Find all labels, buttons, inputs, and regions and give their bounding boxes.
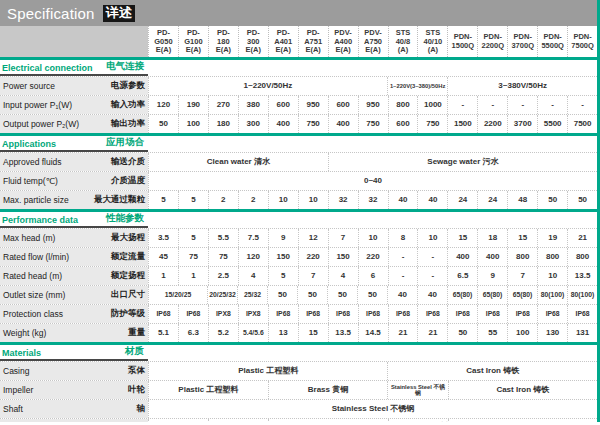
data-cell: 20/25/32 [207, 286, 237, 304]
data-cell: 600 [268, 96, 298, 114]
column-header: PDN- 5500Q [537, 26, 567, 57]
data-cell: 800 [537, 248, 567, 266]
section-title-en: Performance data [2, 215, 78, 225]
data-cell: 5500 [537, 115, 567, 133]
section-label: Performance data性能参数 [0, 212, 148, 228]
column-header: PD- G100 E(A) [178, 26, 208, 57]
row-label-en: Power source [0, 77, 95, 95]
row-label-en: Input power P₁(W) [0, 96, 95, 114]
data-cell: 10 [358, 229, 388, 247]
column-header: PD- 300 E(A) [238, 26, 268, 57]
column-header: STS 40/8 (A) [388, 26, 418, 57]
data-cell: 190 [178, 96, 208, 114]
data-cell: IPX8 [238, 305, 268, 323]
data-cell: Stainless Steel 不锈钢 [387, 381, 447, 399]
data-cell: 40 [417, 286, 447, 304]
data-cell: 32 [328, 191, 358, 209]
data-cell: 12 [298, 229, 328, 247]
row-cells: 15/20/2520/25/3225/3250505050404065(80)6… [148, 286, 597, 304]
data-cell: SiC & SiC 碳化硅&碳化硅 [268, 419, 387, 422]
page-title: Specification [7, 5, 95, 22]
data-cell: 800 [507, 248, 537, 266]
data-cell: 18 [477, 229, 507, 247]
section-header: Electrical connection电气连接 [0, 60, 597, 76]
data-cell: Cast Iron 铸铁 [448, 381, 597, 399]
data-cell: 380 [238, 96, 268, 114]
section-header: Materials材质 [0, 345, 597, 361]
data-cell: 4 [328, 267, 358, 285]
data-cell: IP68 [388, 305, 418, 323]
row-label-zh: 最大通过颗粒 [95, 191, 148, 209]
data-cell: 55 [477, 324, 507, 342]
data-cell: IP68 [148, 305, 178, 323]
section-title-en: Applications [2, 139, 56, 149]
table-row: Shaft轴Stainless Steel 不锈钢 [0, 399, 597, 418]
row-label-en: Impeller [0, 381, 95, 399]
data-cell: 131 [567, 324, 597, 342]
data-cell: 0~40 [148, 172, 597, 190]
row-cells: Plastic 工程塑料Cast Iron 铸铁 [148, 362, 597, 380]
data-cell: 13.5 [328, 324, 358, 342]
data-cell: - [417, 267, 447, 285]
row-cells: 0~40 [148, 172, 597, 190]
data-cell: 9 [477, 267, 507, 285]
data-cell: 50 [567, 191, 597, 209]
data-cell: 2200 [477, 115, 507, 133]
row-label-zh: 防护等级 [95, 305, 148, 323]
data-cell: - [447, 96, 477, 114]
table-row: Outlet size (mm)出口尺寸15/20/2520/25/3225/3… [0, 285, 597, 304]
table-row: Rated head (m)额定扬程112.545746--6.5971013.… [0, 266, 597, 285]
data-cell: IP68 [507, 305, 537, 323]
model-column-headers: PD- G050 E(A)PD- G100 E(A)PD- 180 E(A)PD… [148, 26, 597, 57]
table-row: Fluid temp(℃)介质温度0~40 [0, 171, 597, 190]
data-cell: 400 [477, 248, 507, 266]
data-cell: 7 [507, 267, 537, 285]
data-cell: 950 [298, 96, 328, 114]
data-cell: 5.5 [208, 229, 238, 247]
section-title-zh: 应用场合 [106, 136, 144, 149]
data-cell: 50 [537, 191, 567, 209]
row-label-zh: 机械密封 [95, 419, 148, 422]
data-cell: IP68 [178, 305, 208, 323]
data-cell: 300 [238, 115, 268, 133]
column-header: PD- G050 E(A) [148, 26, 178, 57]
column-header: PDV- A750 E(A) [358, 26, 388, 57]
section-label: Electrical connection电气连接 [0, 60, 148, 76]
data-cell: 270 [208, 96, 238, 114]
data-cell: 150 [328, 248, 358, 266]
row-label-zh: 电源参数 [95, 77, 148, 95]
data-cell: 24 [447, 191, 477, 209]
row-cells: SiC & SiC 碳化硅&碳化硅Carbon & Ceramic 石墨&陶瓷S… [148, 419, 597, 422]
column-header: STS 40/10 (A) [417, 26, 447, 57]
data-cell: 5.2 [208, 324, 238, 342]
data-cell: Plastic 工程塑料 [148, 362, 387, 380]
row-label-en: Approved fluids [0, 153, 95, 171]
data-cell: 48 [507, 191, 537, 209]
data-cell: - [388, 267, 418, 285]
row-label-zh: 输入功率 [95, 96, 148, 114]
row-label-zh: 输出功率 [95, 115, 148, 133]
data-cell: - [417, 248, 447, 266]
data-cell: IP68 [358, 305, 388, 323]
row-label-zh: 额定流量 [95, 248, 148, 266]
data-cell: IP68 [567, 305, 597, 323]
row-label-zh: 介质温度 [95, 172, 148, 190]
section-title-zh: 材质 [125, 345, 144, 358]
column-header: PD- 180 E(A) [208, 26, 238, 57]
data-cell: 5 [268, 267, 298, 285]
row-label-zh: 出口尺寸 [95, 286, 148, 304]
data-cell: 950 [358, 96, 388, 114]
row-cells: IP68IP68IPX8IPX8IP68IP68IP68IP68IP68IP68… [148, 305, 597, 323]
section-title-en: Electrical connection [2, 63, 93, 73]
column-header: PDN- 7500Q [567, 26, 597, 57]
row-cells: 457575120150220150220--400400800800800 [148, 248, 597, 266]
data-cell: 32 [358, 191, 388, 209]
data-cell: 2 [208, 191, 238, 209]
data-cell: 50 [148, 115, 178, 133]
row-cells: 3.555.57.59127108101518151921 [148, 229, 597, 247]
section-label: Applications应用场合 [0, 136, 148, 152]
data-cell: 600 [388, 115, 418, 133]
data-cell: 4 [238, 267, 268, 285]
data-cell: 1~220V(3~380)/50Hz [387, 77, 447, 95]
data-cell: - [537, 96, 567, 114]
